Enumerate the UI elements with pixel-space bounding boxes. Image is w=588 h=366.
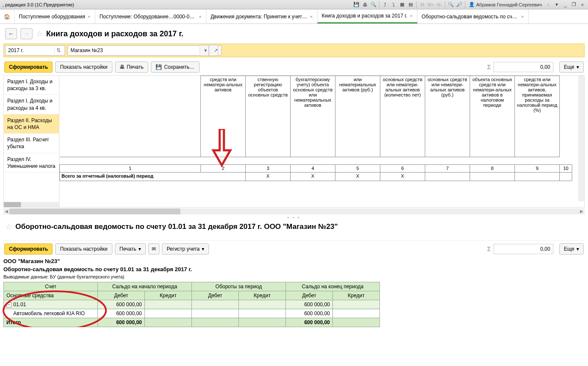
page-title: Книга доходов и расходов за 2017 г. xyxy=(46,29,183,38)
year-spinner-icon[interactable]: ⇅ xyxy=(54,47,62,53)
table-row-group[interactable]: −01.01 600 000,00 600 000,00 xyxy=(4,300,380,309)
col-header: ственную регистрацию объектов основных с… xyxy=(246,76,291,157)
action-bar-2: Сформировать Показать настройки Печать ▾… xyxy=(0,241,588,257)
more-button[interactable]: Еще ▾ xyxy=(559,243,584,255)
th-end: Сальдо на конец периода xyxy=(286,282,380,291)
horizontal-scrollbar[interactable]: ◄► xyxy=(3,208,585,214)
sidebar-item-0[interactable]: Раздел I. Доходы и расходы за 3 кв. xyxy=(4,76,59,95)
close-window-icon[interactable]: × xyxy=(579,1,586,9)
report-split: Раздел I. Доходы и расходы за 3 кв. Разд… xyxy=(3,75,585,208)
page-title-2: Оборотно-сальдовая ведомость по счету 01… xyxy=(15,223,338,231)
tab-1[interactable]: Поступление: Оборудование…0000-000002× xyxy=(95,9,206,23)
sidebar-scrollbar[interactable] xyxy=(4,202,59,207)
restore-icon[interactable]: ❐ xyxy=(570,1,578,9)
save-button[interactable]: 💾 Сохранить… xyxy=(151,61,200,73)
sigma-icon: Σ xyxy=(487,246,491,252)
nav-forward-button[interactable]: → xyxy=(21,28,32,39)
minimize-icon[interactable]: _ xyxy=(562,1,569,9)
home-button[interactable]: 🏠 xyxy=(0,9,15,23)
tab-close-icon[interactable]: × xyxy=(88,14,90,19)
dropdown-icon[interactable]: ▾ xyxy=(200,45,209,56)
tab-close-icon[interactable]: × xyxy=(310,14,312,19)
favorite-star-icon[interactable]: ☆ xyxy=(5,222,12,231)
table-row-total: Итого 600 000,00 600 000,00 xyxy=(4,318,380,327)
print-icon[interactable]: 🖶 xyxy=(361,1,369,9)
email-button[interactable]: ✉ xyxy=(148,243,159,255)
upload-icon[interactable]: ⤴ xyxy=(381,1,389,9)
action-bar: Сформировать Показать настройки 🖶 Печать… xyxy=(0,59,588,75)
m-icon[interactable]: M xyxy=(418,1,426,9)
sidebar-item-1[interactable]: Раздел I. Доходы и расходы за 4 кв. xyxy=(4,95,59,114)
more-button[interactable]: Еще ▾ xyxy=(559,61,584,73)
report-area[interactable]: средств или нематери-альных активов стве… xyxy=(59,76,584,207)
title-bar: , редакция 3.0 (1С:Предприятие) 💾 🖶 🔍 ⤴ … xyxy=(0,0,588,9)
th-credit: Кредит xyxy=(239,291,286,300)
sidebar-item-3[interactable]: Раздел III. Расчет убытка xyxy=(4,134,59,153)
page-header: ← → ☆ Книга доходов и расходов за 2017 г… xyxy=(0,24,588,42)
calendar-icon[interactable]: ▤ xyxy=(407,1,415,9)
col-header: средств или нематери-альных активов, при… xyxy=(515,76,560,157)
tab-close-icon[interactable]: × xyxy=(521,14,523,19)
sigma-value: 0,00 xyxy=(494,244,553,254)
preview-icon[interactable]: 🔍 xyxy=(370,1,377,9)
report-table: средств или нематери-альных активов стве… xyxy=(59,76,572,181)
info-icon[interactable]: i xyxy=(544,1,552,9)
obsv-subtitle: Оборотно-сальдовая ведомость по счету 01… xyxy=(3,265,585,273)
col-header: основных средств или нематери-альных акт… xyxy=(425,76,470,157)
tab-0[interactable]: Поступление оборудования× xyxy=(15,9,95,23)
collapse-icon[interactable]: − xyxy=(6,302,12,307)
print-button[interactable]: 🖶 Печать xyxy=(115,61,148,73)
th-credit: Кредит xyxy=(145,291,192,300)
dropdown-icon[interactable]: ▾ xyxy=(553,1,561,9)
filter-bar: 2017 г. ⇅ Магазин №23 ▾ ↗ xyxy=(3,44,585,57)
org-field[interactable]: Магазин №23 ▾ ↗ xyxy=(68,45,221,56)
tab-close-icon[interactable]: × xyxy=(410,13,412,18)
total-row: Всего за отчетный (налоговый) период X X… xyxy=(60,173,572,181)
show-settings-button[interactable]: Показать настройки xyxy=(55,243,112,255)
save-icon[interactable]: 💾 xyxy=(353,1,360,9)
pane-splitter[interactable]: • • • xyxy=(0,214,588,220)
sigma-value: 0,00 xyxy=(494,62,553,72)
vertical-scrollbar[interactable] xyxy=(578,76,584,201)
col-header: или нематериальных активов (руб.) xyxy=(335,76,380,157)
zoom-out-icon[interactable]: 🔎 xyxy=(456,1,463,9)
col-header: бухгалтерскому учету) объекта основных с… xyxy=(291,76,335,157)
form-button[interactable]: Сформировать xyxy=(4,243,53,255)
th-credit: Кредит xyxy=(333,291,380,300)
obsv-report: ООО "Магазин №23" Оборотно-сальдовая вед… xyxy=(3,257,585,327)
obsv-datanote: Выводимые данные: БУ (данные бухгалтерск… xyxy=(3,273,585,280)
registry-button[interactable]: Регистр учета ▾ xyxy=(162,243,209,255)
tab-3[interactable]: Книга доходов и расходов за 2017 г.× xyxy=(318,9,417,23)
download-icon[interactable]: ⤵ xyxy=(390,1,397,9)
sidebar-item-2[interactable]: Раздел II. Расходы на ОС и НМА xyxy=(4,114,59,134)
nav-back-button[interactable]: ← xyxy=(5,28,17,39)
th-begin: Сальдо на начало периода xyxy=(98,282,192,291)
col-header: средств или нематери-альных активов xyxy=(201,76,246,157)
form-button[interactable]: Сформировать xyxy=(4,61,53,73)
mminus-icon[interactable]: M- xyxy=(435,1,443,9)
obsv-org: ООО "Магазин №23" xyxy=(3,257,585,265)
sidebar-item-4[interactable]: Раздел IV. Уменьшение налога xyxy=(4,153,59,173)
table-icon[interactable]: ▦ xyxy=(398,1,406,9)
th-debit: Дебет xyxy=(192,291,239,300)
table-row[interactable]: Автомобиль легковой KIA RIO 600 000,00 6… xyxy=(4,309,380,318)
zoom-in-icon[interactable]: 🔍 xyxy=(447,1,455,9)
th-period: Обороты за период xyxy=(192,282,286,291)
open-dialog-icon[interactable]: ↗ xyxy=(209,45,218,56)
tab-close-icon[interactable]: × xyxy=(199,14,201,19)
column-number-row: 1 2 3 4 5 6 7 8 9 10 xyxy=(60,165,572,173)
user-indicator[interactable]: 👤 Абрамов Геннадий Сергеевич xyxy=(467,1,544,9)
favorite-star-icon[interactable]: ☆ xyxy=(36,29,43,38)
print-button[interactable]: Печать ▾ xyxy=(115,243,146,255)
mplus-icon[interactable]: M+ xyxy=(427,1,435,9)
th-debit: Дебет xyxy=(98,291,145,300)
tab-2[interactable]: Движения документа: Принятие к учету …× xyxy=(206,9,318,23)
show-settings-button[interactable]: Показать настройки xyxy=(55,61,112,73)
year-field[interactable]: 2017 г. ⇅ xyxy=(5,45,65,56)
obsv-table: Счет Сальдо на начало периода Обороты за… xyxy=(3,282,380,327)
system-toolbar: 💾 🖶 🔍 ⤴ ⤵ ▦ ▤ M M+ M- 🔍 🔎 👤 Абрамов Генн… xyxy=(353,1,586,9)
collapsed-filter-bar xyxy=(3,233,585,241)
tabs-bar: 🏠 Поступление оборудования× Поступление:… xyxy=(0,9,588,24)
window-title: , редакция 3.0 (1С:Предприятие) xyxy=(2,2,74,7)
tab-4[interactable]: Оборотно-сальдовая ведомость по сче…× xyxy=(417,9,529,23)
